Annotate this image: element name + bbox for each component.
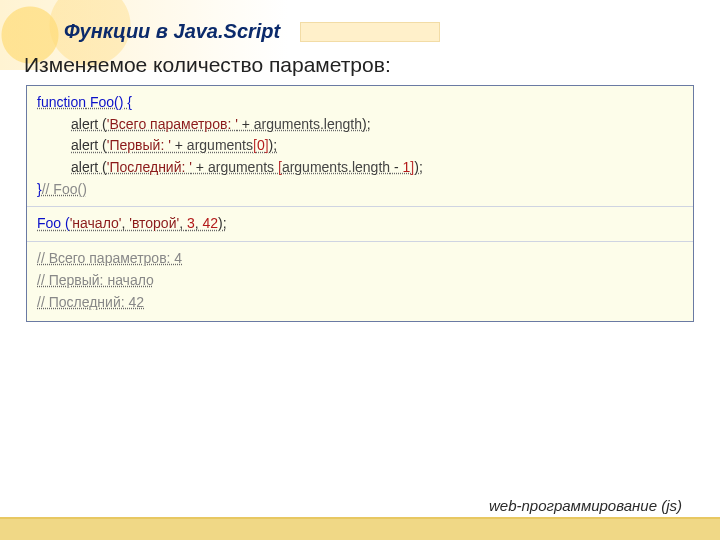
code-op: -: [390, 159, 402, 175]
code-number: 3: [187, 215, 195, 231]
code-string: 'Последний: ': [107, 159, 192, 175]
code-number: 0: [257, 137, 265, 153]
code-punct: );: [414, 159, 423, 175]
code-string: 'Всего параметров: ': [107, 116, 238, 132]
code-keyword: function: [37, 94, 86, 110]
code-call-line: Foo ('начало', 'второй', 3, 42);: [37, 213, 683, 235]
code-number: 42: [203, 215, 219, 231]
code-op: +: [238, 116, 254, 132]
code-line-fn-close: }// Foo(): [37, 179, 683, 201]
code-call-fn: Foo (: [37, 215, 70, 231]
code-line-1: alert ('Всего параметров: ' + arguments.…: [37, 114, 683, 136]
footer-bar: [0, 518, 720, 540]
code-line-fn-open: function Foo() {: [37, 92, 683, 114]
code-call: alert (: [71, 116, 107, 132]
code-output-3: // Последний: 42: [37, 292, 683, 314]
slide-subtitle: Изменяемое количество параметров:: [0, 49, 720, 85]
code-output-2: // Первый: начало: [37, 270, 683, 292]
code-divider: [27, 241, 693, 242]
code-ident: arguments.: [254, 116, 324, 132]
code-box: function Foo() { alert ('Всего параметро…: [26, 85, 694, 322]
code-line-2: alert ('Первый: ' + arguments[0]);: [37, 135, 683, 157]
footer-caption: web-программирование (js): [489, 497, 682, 514]
code-punct: ,: [195, 215, 203, 231]
code-call: alert (: [71, 137, 107, 153]
code-ident: arguments: [187, 137, 253, 153]
slide-title: Функции в Java.Script: [0, 0, 720, 49]
code-punct: );: [362, 116, 371, 132]
code-string: 'второй': [129, 215, 179, 231]
code-punct: );: [269, 137, 278, 153]
code-op: +: [192, 159, 208, 175]
code-comment: // Foo(): [42, 181, 87, 197]
code-prop: length: [352, 159, 390, 175]
code-punct: ,: [179, 215, 187, 231]
code-prop: length: [324, 116, 362, 132]
code-output-1: // Всего параметров: 4: [37, 248, 683, 270]
code-string: 'Первый: ': [107, 137, 171, 153]
code-line-3: alert ('Последний: ' + arguments [argume…: [37, 157, 683, 179]
code-divider: [27, 206, 693, 207]
code-fn-sig: Foo() {: [86, 94, 132, 110]
code-op: +: [171, 137, 187, 153]
code-string: 'начало': [70, 215, 122, 231]
code-call: alert (: [71, 159, 107, 175]
code-ident: arguments: [208, 159, 278, 175]
code-ident: arguments.: [282, 159, 352, 175]
code-punct: );: [218, 215, 227, 231]
